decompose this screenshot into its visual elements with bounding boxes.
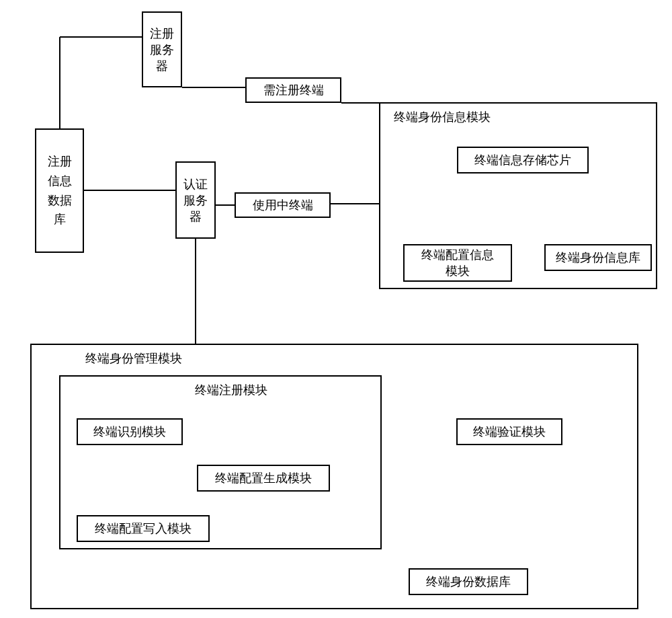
box-inuse-terminal: 使用中终端 <box>235 192 331 218</box>
box-recognition-module: 终端识别模块 <box>77 418 183 445</box>
box-config-gen-module: 终端配置生成模块 <box>197 465 330 492</box>
diagram-canvas: 注册 服务 器 需注册终端 注册 信息 数据 库 认证 服务 器 使用中终端 终… <box>0 0 672 618</box>
box-registration-server: 注册 服务 器 <box>142 11 182 87</box>
box-id-db: 终端身份数据库 <box>409 568 528 595</box>
box-registration-db: 注册 信息 数据 库 <box>35 128 84 253</box>
box-config-write-module: 终端配置写入模块 <box>77 515 210 542</box>
box-registration-terminal: 需注册终端 <box>245 77 341 103</box>
box-auth-server: 认证 服务 器 <box>175 161 216 239</box>
box-storage-chip: 终端信息存储芯片 <box>457 147 589 173</box>
box-config-info-module: 终端配置信息 模块 <box>403 244 512 282</box>
label-id-mgmt-module: 终端身份管理模块 <box>85 350 182 366</box>
box-verify-module: 终端验证模块 <box>456 418 562 445</box>
label-id-info-module: 终端身份信息模块 <box>394 109 491 125</box>
label-terminal-reg-module: 终端注册模块 <box>195 382 267 398</box>
box-id-info-lib: 终端身份信息库 <box>544 244 652 271</box>
